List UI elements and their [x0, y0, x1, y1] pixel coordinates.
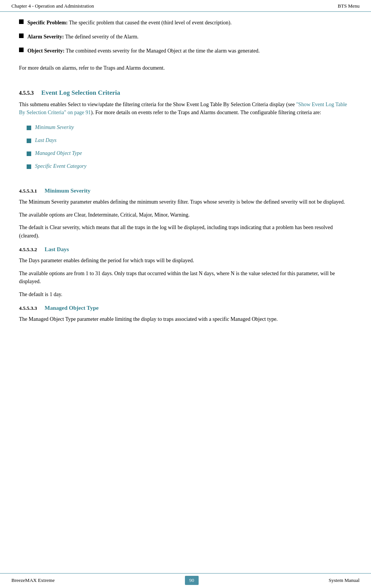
subsection-4531-body1: The Minimum Severity parameter enables d…	[19, 198, 352, 206]
footer-product: BreezeMAX Extreme	[11, 577, 55, 583]
section-453-heading: 4.5.5.3 Event Log Selection Criteria	[19, 89, 352, 97]
bullet-icon-2	[19, 33, 24, 38]
blue-bullet-text-1: Minimum Severity	[35, 124, 74, 131]
blue-bullet-text-2: Last Days	[35, 137, 56, 143]
bullet-label-1: Specific Problem:	[27, 20, 68, 25]
bullet-specific-problem: Specific Problem: The specific problem t…	[19, 19, 352, 27]
subsection-4532-heading: 4.5.5.3.2 Last Days	[19, 246, 352, 253]
bullet-text-3: Object Severity: The combined events sev…	[27, 47, 260, 55]
subsection-4533-number: 4.5.5.3.3	[19, 305, 37, 311]
section-453-number: 4.5.5.3	[19, 90, 34, 96]
subsection-4533-heading: 4.5.5.3.3 Managed Object Type	[19, 305, 352, 311]
subsection-4531-title: Minimum Severity	[45, 188, 90, 194]
header-section: BTS Menu	[338, 3, 360, 9]
blue-bullet-managed-object-type: Managed Object Type	[27, 150, 352, 156]
bullet-icon-1	[19, 19, 24, 24]
blue-bullet-text-3: Managed Object Type	[35, 150, 82, 156]
section-453-link[interactable]: "Show Event Log Table By Selection Crite…	[19, 102, 347, 116]
bullet-label-2: Alarm Severity:	[27, 34, 64, 40]
header-chapter: Chapter 4 - Operation and Administration	[11, 3, 94, 9]
bullet-label-3: Object Severity:	[27, 48, 65, 54]
blue-bullet-icon-4	[27, 164, 31, 169]
subsection-4532-title: Last Days	[45, 246, 69, 253]
subsection-4532-body1: The Days parameter enables defining the …	[19, 257, 352, 265]
section-453-title: Event Log Selection Criteria	[41, 89, 120, 97]
section-453-body: This submenu enables Select to view/upda…	[19, 100, 352, 117]
subsection-4532-number: 4.5.5.3.2	[19, 247, 37, 253]
blue-bullet-icon-2	[27, 139, 31, 143]
blue-bullet-last-days: Last Days	[27, 137, 352, 143]
bullet-text-1: Specific Problem: The specific problem t…	[27, 19, 232, 27]
blue-bullet-icon-1	[27, 126, 31, 130]
content-area: Specific Problem: The specific problem t…	[0, 12, 371, 573]
page-header: Chapter 4 - Operation and Administration…	[0, 0, 371, 12]
subsection-4531-body2: The available options are Clear, Indeter…	[19, 211, 352, 219]
subsection-4532-body3: The default is 1 day.	[19, 290, 352, 299]
subsection-4532-body2: The available options are from 1 to 31 d…	[19, 269, 352, 286]
bullet-text-2: Alarm Severity: The defined severity of …	[27, 33, 139, 41]
subsection-4531-body3: The default is Clear severity, which mea…	[19, 223, 352, 240]
subsection-4533-body1: The Managed Object Type parameter enable…	[19, 315, 352, 323]
subsection-4531-number: 4.5.5.3.1	[19, 188, 37, 194]
bullet-object-severity: Object Severity: The combined events sev…	[19, 47, 352, 55]
for-more-details-text: For more details on alarms, refer to the…	[19, 64, 352, 72]
footer-manual: System Manual	[329, 577, 360, 583]
subsection-4531-heading: 4.5.5.3.1 Minimum Severity	[19, 188, 352, 194]
bullet-alarm-severity: Alarm Severity: The defined severity of …	[19, 33, 352, 41]
page-footer: BreezeMAX Extreme 90 System Manual	[0, 573, 371, 588]
blue-bullet-specific-event: Specific Event Category	[27, 163, 352, 169]
page-wrapper: Chapter 4 - Operation and Administration…	[0, 0, 371, 588]
blue-bullet-text-4: Specific Event Category	[35, 163, 86, 169]
blue-bullet-min-severity: Minimum Severity	[27, 124, 352, 131]
blue-bullet-icon-3	[27, 151, 31, 156]
footer-page-number: 90	[185, 576, 199, 585]
subsection-4533-title: Managed Object Type	[45, 305, 99, 311]
bullet-icon-3	[19, 48, 24, 52]
